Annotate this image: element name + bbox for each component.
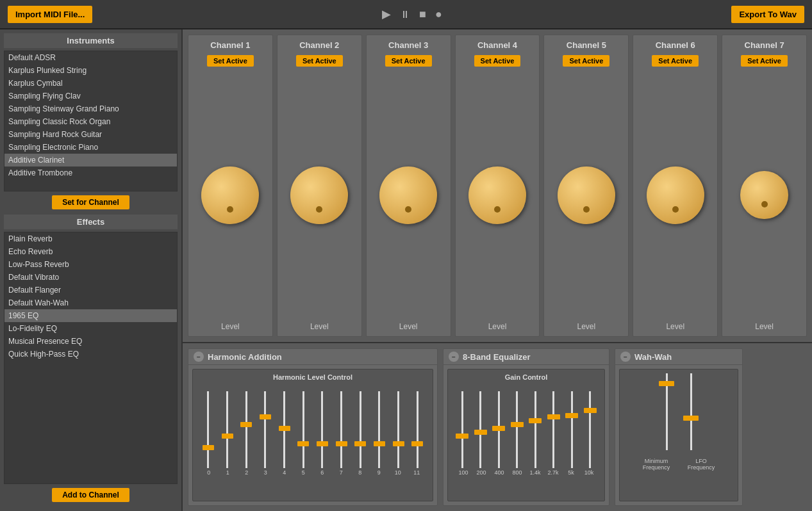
channel-5-set-active[interactable]: Set Active — [563, 55, 609, 67]
effects-list[interactable]: Plain Reverb Echo Reverb Low-Pass Reverb… — [4, 232, 178, 484]
list-item[interactable]: Default ADSR — [4, 51, 177, 64]
list-item[interactable]: Plain Reverb — [4, 232, 177, 245]
add-to-channel-button[interactable]: Add to Channel — [52, 488, 129, 502]
list-item[interactable]: Quick High-Pass EQ — [4, 348, 177, 361]
harmonic-fader-track — [207, 391, 209, 468]
channel-7-set-active[interactable]: Set Active — [741, 55, 788, 67]
wahwah-fader-labels: Minimum FrequencyLFO Frequency — [624, 458, 734, 471]
set-for-channel-button[interactable]: Set for Channel — [52, 195, 129, 209]
list-item[interactable]: Karplus Cymbal — [4, 77, 177, 90]
list-item[interactable]: Sampling Classic Rock Organ — [4, 115, 177, 128]
list-item[interactable]: Musical Presence EQ — [4, 335, 177, 348]
channel-1-knob-container — [201, 72, 259, 318]
channel-6-set-active[interactable]: Set Active — [652, 55, 699, 67]
channel-7-knob-container — [740, 72, 788, 318]
channel-6-knob[interactable] — [647, 166, 704, 224]
channel-1-set-active[interactable]: Set Active — [207, 55, 254, 67]
harmonic-fader-thumb[interactable] — [317, 441, 328, 446]
harmonic-fader-label: 4 — [275, 469, 294, 476]
list-item[interactable]: Additive Clarinet — [4, 154, 177, 166]
harmonic-fader-track — [397, 391, 399, 468]
channel-2-label: Level — [310, 322, 329, 331]
harmonic-fader-track — [417, 391, 418, 468]
harmonic-fader-thumb[interactable] — [297, 441, 309, 446]
list-item[interactable]: Default Vibrato — [4, 271, 177, 284]
eq-fader-thumb[interactable] — [456, 434, 468, 439]
channel-2-knob[interactable] — [290, 166, 348, 224]
eq-fader-thumb[interactable] — [511, 422, 524, 427]
harmonic-fader-track — [378, 391, 380, 468]
wahwah-fader-thumb[interactable] — [683, 416, 699, 421]
eq-fader-thumb[interactable] — [474, 430, 487, 435]
channel-6-title: Channel 6 — [656, 40, 695, 50]
channel-7-knob[interactable] — [740, 171, 788, 219]
channel-4-set-active[interactable]: Set Active — [474, 55, 521, 67]
channel-3-set-active[interactable]: Set Active — [385, 55, 432, 67]
harmonic-fader-col — [237, 391, 255, 468]
list-item[interactable]: Sampling Hard Rock Guitar — [4, 128, 177, 141]
harmonic-fader-thumb[interactable] — [393, 441, 404, 446]
wahwah-collapse-btn[interactable]: − — [620, 352, 631, 362]
eq-fader-thumb[interactable] — [547, 414, 560, 419]
list-item[interactable]: Default Wah-Wah — [4, 296, 177, 309]
harmonic-fader-thumb[interactable] — [203, 445, 214, 450]
eq-faders — [452, 385, 601, 468]
right-content: Channel 1 Set Active Level Channel 2 Set… — [183, 29, 812, 511]
harmonic-fader-col — [370, 391, 388, 468]
harmonic-fader-track — [226, 391, 228, 468]
eq-fader-col — [583, 391, 599, 468]
harmonic-fader-thumb[interactable] — [411, 441, 423, 446]
channel-1-knob[interactable] — [201, 166, 259, 224]
list-item[interactable]: Echo Reverb — [4, 245, 177, 258]
harmonic-fader-col — [294, 391, 312, 468]
channel-5-label: Level — [577, 322, 596, 331]
eq-fader-label: 100 — [454, 469, 472, 476]
eq-fader-thumb[interactable] — [565, 413, 578, 418]
eq-fader-track — [461, 391, 463, 468]
list-item[interactable]: Lo-Fidelity EQ — [4, 322, 177, 335]
list-item[interactable]: Sampling Steinway Grand Piano — [4, 102, 177, 115]
harmonic-fader-col — [313, 391, 331, 468]
export-button[interactable]: Export To Wav — [731, 6, 804, 23]
harmonic-fader-thumb[interactable] — [260, 414, 271, 419]
wahwah-fader-thumb[interactable] — [659, 381, 674, 386]
eq-fader-col — [491, 391, 507, 468]
harmonic-fader-thumb[interactable] — [222, 434, 233, 439]
wahwah-fader-col — [682, 373, 700, 450]
list-item[interactable]: Additive Trombone — [4, 166, 177, 179]
list-item[interactable]: Sampling Flying Clav — [4, 90, 177, 102]
list-item[interactable]: 1965 EQ — [4, 309, 177, 322]
eq-fader-thumb[interactable] — [492, 426, 505, 431]
wahwah-inner-panel: Minimum FrequencyLFO Frequency — [619, 369, 738, 501]
instruments-list[interactable]: Default ADSR Karplus Plunked String Karp… — [4, 51, 178, 191]
harmonic-panel-header: − Harmonic Addition — [188, 349, 437, 365]
stop-button[interactable] — [419, 8, 426, 21]
harmonic-fader-thumb[interactable] — [354, 441, 366, 446]
eq-fader-col — [546, 391, 562, 468]
channel-5-knob[interactable] — [558, 166, 615, 224]
eq-fader-track — [534, 391, 536, 468]
eq-fader-thumb[interactable] — [529, 418, 542, 423]
record-button[interactable] — [435, 8, 442, 21]
harmonic-fader-thumb[interactable] — [240, 422, 252, 427]
channel-4-knob[interactable] — [468, 166, 526, 224]
channel-2-set-active[interactable]: Set Active — [296, 55, 343, 67]
list-item[interactable]: Default Flanger — [4, 284, 177, 296]
list-item[interactable]: Sampling Electronic Piano — [4, 141, 177, 154]
harmonic-fader-label: 7 — [332, 469, 351, 476]
harmonic-fader-thumb[interactable] — [336, 441, 347, 446]
list-item[interactable]: Karplus Plunked String — [4, 64, 177, 77]
import-button[interactable]: Import MIDI File... — [8, 6, 92, 23]
harmonic-collapse-btn[interactable]: − — [194, 352, 204, 362]
harmonic-fader-thumb[interactable] — [279, 426, 290, 431]
harmonic-fader-thumb[interactable] — [374, 441, 385, 446]
play-button[interactable] — [382, 7, 391, 21]
list-item[interactable]: Low-Pass Reverb — [4, 258, 177, 271]
eq-fader-label: 2.7k — [544, 469, 562, 476]
channel-7-label: Level — [755, 322, 774, 331]
pause-button[interactable] — [400, 8, 410, 21]
channel-3-knob[interactable] — [379, 166, 437, 224]
eq-collapse-btn[interactable]: − — [449, 352, 459, 362]
harmonic-fader-label: 10 — [388, 469, 408, 476]
eq-fader-thumb[interactable] — [584, 408, 597, 413]
